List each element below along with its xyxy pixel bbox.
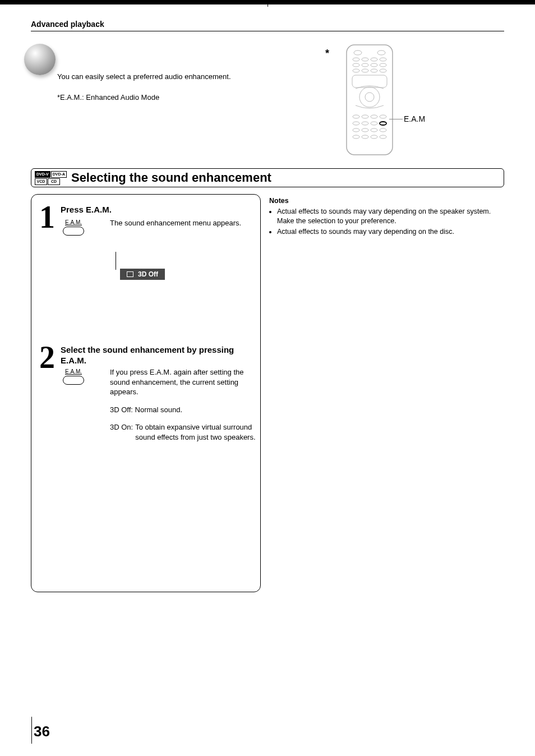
note-item: Actual effects to sounds may vary depend… xyxy=(277,207,505,226)
def-3d-off: 3D Off: Normal sound. xyxy=(110,405,256,415)
page: Advanced playback You can easily select … xyxy=(0,0,535,756)
step-1-body: The sound enhancement menu appears. xyxy=(110,218,256,228)
osd-square-icon xyxy=(127,271,133,277)
svg-rect-0 xyxy=(347,45,393,155)
badge-vcd: VCD xyxy=(35,178,47,185)
notes-list: Actual effects to sounds may vary depend… xyxy=(269,207,505,237)
def-3d-off-text: Normal sound. xyxy=(135,405,183,414)
note-item: Actual effects to sounds may vary depend… xyxy=(277,227,505,237)
def-3d-on-label: 3D On: xyxy=(110,422,133,442)
section-title: Advanced playback xyxy=(31,20,104,29)
notes: Notes Actual effects to sounds may vary … xyxy=(269,196,505,238)
eam-key-icon: E.A.M. xyxy=(61,368,86,385)
eam-key-icon: E.A.M. xyxy=(61,219,86,236)
eam-key-label: E.A.M. xyxy=(61,368,86,375)
badge-dvd-v: DVD-V xyxy=(35,171,50,178)
page-number: 36 xyxy=(34,723,50,740)
notes-title: Notes xyxy=(269,196,505,206)
step-2-heading: Select the sound enhancement by pressing… xyxy=(61,345,251,366)
sphere-bullet-icon xyxy=(24,44,56,75)
step-1-heading: Press E.A.M. xyxy=(61,205,251,215)
remote-control-icon xyxy=(345,44,394,156)
def-3d-on-text: To obtain expansive virtual surround sou… xyxy=(135,422,256,442)
heading-box: DVD-V DVD-A VCD CD Selecting the sound e… xyxy=(31,168,504,187)
intro-line-1: You can easily select a preferred audio … xyxy=(57,72,298,82)
crop-mark xyxy=(268,0,268,7)
disc-badges: DVD-V DVD-A VCD CD xyxy=(35,171,67,185)
callout-stem xyxy=(116,252,116,270)
step-1: 1 Press E.A.M. E.A.M. The sound enhancem… xyxy=(37,201,255,336)
osd-display: 3D Off xyxy=(120,269,165,280)
step-1-number: 1 xyxy=(37,205,57,230)
def-3d-off-label: 3D Off: xyxy=(110,405,133,414)
osd-text: 3D Off xyxy=(138,270,158,278)
section-underline xyxy=(31,31,504,31)
step-2-body: If you press E.A.M. again after setting … xyxy=(110,367,256,450)
heading-text: Selecting the sound enhancement xyxy=(71,170,271,185)
intro-line-2: *E.A.M.: Enhanced Audio Mode xyxy=(57,93,159,102)
asterisk: * xyxy=(325,48,329,59)
steps-panel: 1 Press E.A.M. E.A.M. The sound enhancem… xyxy=(31,194,261,592)
step-2-number: 2 xyxy=(37,345,57,370)
badge-dvd-a: DVD-A xyxy=(51,171,67,178)
key-shape-icon xyxy=(63,376,84,385)
osd-callout: 3D Off xyxy=(104,252,200,291)
remote-eam-label: E.A.M xyxy=(404,114,425,123)
def-3d-on: 3D On: To obtain expansive virtual surro… xyxy=(110,422,256,442)
key-shape-icon xyxy=(63,227,84,236)
eam-key-label: E.A.M. xyxy=(61,219,86,225)
badge-cd: CD xyxy=(48,178,60,185)
page-number-rule xyxy=(31,717,32,744)
step-2-desc: If you press E.A.M. again after setting … xyxy=(110,367,256,397)
callout-line xyxy=(389,119,403,119)
